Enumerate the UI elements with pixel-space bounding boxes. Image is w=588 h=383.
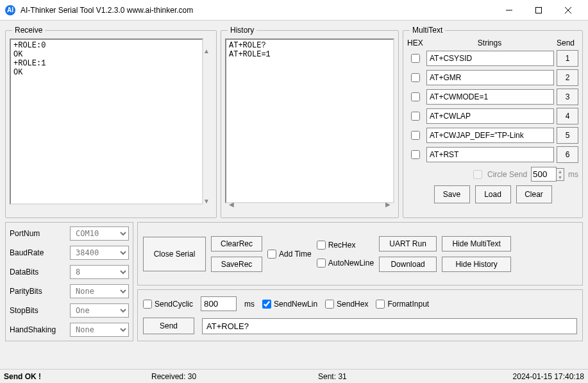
multitext-send-button[interactable]: 5	[557, 127, 578, 144]
maximize-button[interactable]	[524, 0, 553, 21]
circle-send-unit: ms	[568, 170, 578, 179]
multitext-row: 2	[407, 69, 578, 86]
databits-label: DataBits	[10, 268, 67, 277]
multitext-string-input[interactable]	[426, 147, 554, 162]
multitext-row: 5	[407, 127, 578, 144]
receive-pane: Receive +ROLE:0 OK +ROLE:1 OK ▲▼	[5, 26, 217, 218]
send-newline-label: SendNewLin	[274, 300, 317, 309]
multitext-string-input[interactable]	[426, 89, 554, 105]
receive-scrollbar[interactable]: ▲▼	[203, 47, 212, 205]
minimize-button[interactable]	[494, 0, 524, 21]
window-title: AI-Thinker Serial Tool V1.2.3.0 www.ai-t…	[21, 6, 193, 15]
multitext-hex-checkbox[interactable]	[411, 54, 420, 63]
multitext-string-input[interactable]	[426, 51, 554, 66]
multitext-header-strings: Strings	[426, 38, 553, 47]
multitext-header-send: Send	[553, 38, 578, 47]
multitext-send-button[interactable]: 6	[557, 146, 578, 163]
history-legend: History	[228, 26, 256, 35]
multitext-hex-checkbox[interactable]	[411, 73, 420, 82]
stopbits-label: StopBits	[10, 306, 67, 315]
cycle-ms-input[interactable]	[201, 296, 237, 311]
status-bar: Send OK ! Received: 30 Sent: 31 2024-01-…	[0, 369, 588, 383]
add-time-label: Add Time	[279, 250, 312, 259]
history-textarea[interactable]: AT+ROLE? AT+ROLE=1	[225, 38, 394, 203]
auto-newline-label: AutoNewLine	[328, 259, 374, 268]
multitext-string-input[interactable]	[426, 70, 554, 85]
history-pane: History AT+ROLE? AT+ROLE=1 ◀▶	[221, 26, 399, 218]
multitext-row: 1	[407, 50, 578, 67]
portnum-label: PortNum	[10, 229, 67, 238]
multitext-hex-checkbox[interactable]	[411, 112, 420, 121]
rec-hex-label: RecHex	[328, 241, 356, 250]
send-hex-checkbox[interactable]	[325, 300, 334, 309]
send-newline-checkbox[interactable]	[262, 300, 271, 309]
add-time-checkbox[interactable]	[267, 250, 276, 259]
history-h-scrollbar[interactable]: ◀▶	[229, 201, 391, 210]
portnum-select[interactable]: COM10	[70, 226, 129, 241]
databits-select[interactable]: 8	[70, 265, 129, 279]
hide-history-button[interactable]: Hide History	[442, 257, 511, 272]
circle-send-spinner[interactable]: ▲▼	[557, 168, 564, 181]
clear-rec-button[interactable]: ClearRec	[211, 236, 262, 251]
format-input-label: FormatInput	[387, 300, 429, 309]
receive-textarea[interactable]: +ROLE:0 OK +ROLE:1 OK	[10, 38, 203, 205]
multitext-hex-checkbox[interactable]	[411, 150, 420, 159]
circle-send-label: Circle Send	[487, 170, 527, 179]
port-settings: PortNum COM10 BaudRate 38400 DataBits 8 …	[5, 222, 133, 341]
multitext-load-button[interactable]: Load	[475, 185, 511, 203]
paritybits-label: ParityBits	[10, 287, 67, 296]
multitext-hex-checkbox[interactable]	[411, 92, 420, 101]
multitext-send-button[interactable]: 2	[557, 69, 578, 86]
circle-send-checkbox[interactable]	[473, 170, 482, 179]
auto-newline-checkbox[interactable]	[317, 259, 326, 268]
send-cyclic-checkbox[interactable]	[143, 300, 152, 309]
status-timestamp: 2024-01-15 17:40:18	[513, 372, 584, 381]
download-button[interactable]: Download	[379, 257, 437, 272]
send-button[interactable]: Send	[143, 318, 194, 334]
svg-rect-1	[536, 7, 542, 13]
handshaking-select[interactable]: None	[70, 323, 129, 337]
multitext-row: 4	[407, 108, 578, 124]
ms-label: ms	[244, 300, 255, 309]
circle-send-value[interactable]	[531, 167, 557, 182]
send-hex-label: SendHex	[337, 300, 368, 309]
hide-multitext-button[interactable]: Hide MultiText	[442, 236, 511, 251]
multitext-string-input[interactable]	[426, 108, 554, 124]
rec-hex-checkbox[interactable]	[317, 241, 326, 250]
send-panel: SendCyclic ms SendNewLin SendHex FormatI…	[137, 289, 583, 341]
status-received: Received: 30	[151, 372, 318, 381]
close-serial-button[interactable]: Close Serial	[143, 237, 206, 271]
multitext-legend: MultiText	[410, 26, 445, 35]
multitext-row: 6	[407, 146, 578, 163]
multitext-row: 3	[407, 89, 578, 105]
multitext-string-input[interactable]	[426, 128, 554, 143]
status-sent: Sent: 31	[318, 372, 513, 381]
app-logo: AI	[5, 5, 15, 15]
multitext-header-hex: HEX	[407, 38, 426, 47]
format-input-checkbox[interactable]	[376, 300, 385, 309]
receive-legend: Receive	[12, 26, 45, 35]
save-rec-button[interactable]: SaveRec	[211, 257, 262, 272]
handshaking-label: HandShaking	[10, 325, 67, 334]
baudrate-label: BaudRate	[10, 248, 67, 257]
uart-run-button[interactable]: UART Run	[379, 236, 437, 251]
control-panel: Close Serial ClearRec SaveRec Add Time R…	[137, 222, 583, 285]
multitext-hex-checkbox[interactable]	[411, 131, 420, 140]
close-button[interactable]	[553, 0, 583, 21]
multitext-save-button[interactable]: Save	[434, 185, 470, 203]
multitext-send-button[interactable]: 3	[557, 89, 578, 105]
command-input[interactable]	[202, 318, 577, 334]
stopbits-select[interactable]: One	[70, 303, 129, 318]
send-cyclic-label: SendCyclic	[155, 300, 193, 309]
status-message: Send OK !	[4, 372, 151, 381]
multitext-clear-button[interactable]: Clear	[516, 185, 552, 203]
baudrate-select[interactable]: 38400	[70, 246, 129, 260]
multitext-pane: MultiText HEX Strings Send 123456 Circle…	[403, 26, 583, 218]
multitext-send-button[interactable]: 1	[557, 50, 578, 67]
paritybits-select[interactable]: None	[70, 284, 129, 298]
multitext-send-button[interactable]: 4	[557, 108, 578, 124]
titlebar: AI AI-Thinker Serial Tool V1.2.3.0 www.a…	[0, 0, 588, 21]
